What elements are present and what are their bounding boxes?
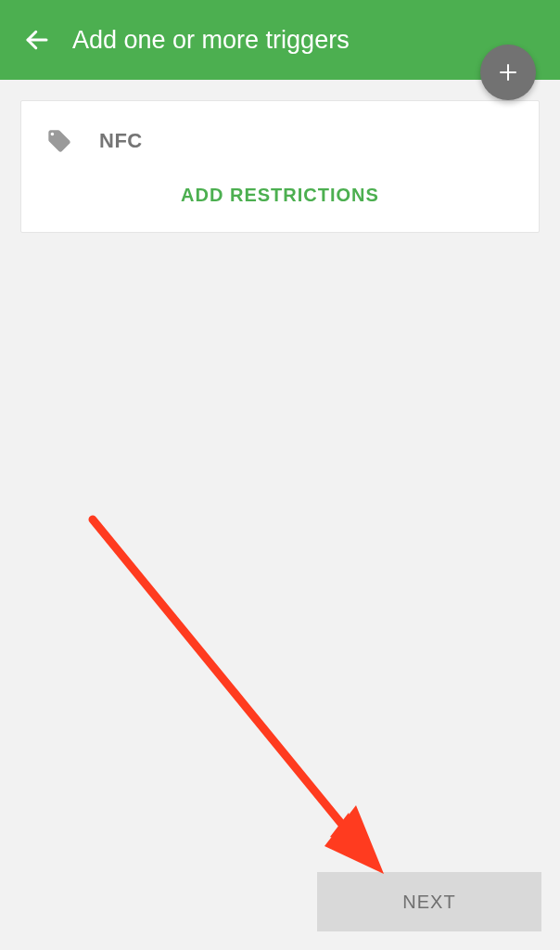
tag-icon [45,127,73,155]
next-button-label: NEXT [402,892,455,913]
svg-marker-5 [330,813,360,846]
add-trigger-fab[interactable] [480,45,536,100]
arrow-back-icon [23,26,51,54]
trigger-row[interactable]: NFC [21,114,539,172]
page-title: Add one or more triggers [72,26,350,55]
back-button[interactable] [19,21,56,58]
add-restrictions-button[interactable]: ADD RESTRICTIONS [181,185,379,206]
trigger-label: NFC [99,129,143,153]
svg-marker-6 [325,805,384,874]
restrictions-row: ADD RESTRICTIONS [21,172,539,226]
trigger-card: NFC ADD RESTRICTIONS [20,100,540,233]
svg-line-4 [93,520,360,846]
appbar: Add one or more triggers [0,0,560,80]
plus-icon [497,61,519,83]
next-button[interactable]: NEXT [317,872,541,931]
